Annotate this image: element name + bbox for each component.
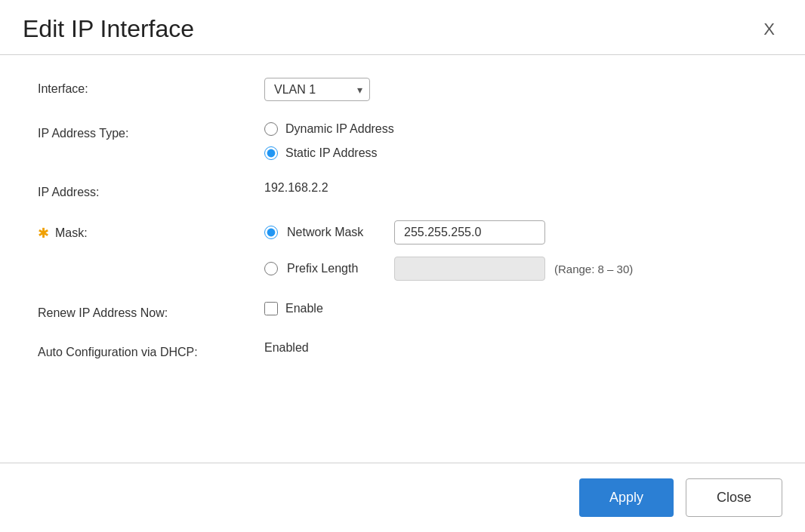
dialog-close-button[interactable]: X (756, 16, 782, 43)
interface-row: Interface: VLAN 1 VLAN 2 VLAN 3 ▾ (38, 78, 767, 101)
dynamic-ip-option[interactable]: Dynamic IP Address (264, 122, 767, 136)
renew-ip-label: Renew IP Address Now: (38, 302, 264, 320)
ip-address-type-control: Dynamic IP Address Static IP Address (264, 122, 767, 160)
mask-label-text: Mask: (55, 226, 88, 240)
dynamic-ip-label: Dynamic IP Address (285, 122, 394, 136)
mask-label: ✱ Mask: (38, 220, 264, 241)
auto-config-value: Enabled (264, 337, 309, 354)
ip-address-row: IP Address: 192.168.2.2 (38, 181, 767, 199)
auto-config-control: Enabled (264, 341, 767, 355)
ip-address-value: 192.168.2.2 (264, 177, 328, 194)
ip-address-type-row: IP Address Type: Dynamic IP Address Stat… (38, 122, 767, 160)
close-button[interactable]: Close (686, 478, 782, 517)
prefix-length-input[interactable] (394, 257, 545, 281)
interface-select[interactable]: VLAN 1 VLAN 2 VLAN 3 (264, 78, 370, 101)
network-mask-input[interactable] (394, 220, 545, 244)
ip-address-control: 192.168.2.2 (264, 181, 767, 195)
gear-icon: ✱ (38, 225, 49, 241)
static-ip-radio[interactable] (264, 146, 278, 160)
mask-row: ✱ Mask: Network Mask Prefix Length (Rang… (38, 220, 767, 281)
static-ip-label: Static IP Address (285, 146, 378, 160)
renew-enable-checkbox[interactable] (264, 302, 278, 315)
ip-address-type-label: IP Address Type: (38, 122, 264, 140)
auto-config-row: Auto Configuration via DHCP: Enabled (38, 341, 767, 359)
dialog-body: Interface: VLAN 1 VLAN 2 VLAN 3 ▾ IP Add… (0, 55, 805, 463)
auto-config-label: Auto Configuration via DHCP: (38, 341, 264, 359)
prefix-length-radio[interactable] (264, 262, 278, 275)
renew-enable-item[interactable]: Enable (264, 302, 767, 315)
prefix-range-hint: (Range: 8 – 30) (554, 263, 633, 275)
interface-select-wrapper: VLAN 1 VLAN 2 VLAN 3 ▾ (264, 78, 370, 101)
renew-ip-control: Enable (264, 302, 767, 315)
dialog-header: Edit IP Interface X (0, 0, 805, 55)
edit-ip-interface-dialog: Edit IP Interface X Interface: VLAN 1 VL… (0, 0, 805, 532)
renew-ip-row: Renew IP Address Now: Enable (38, 302, 767, 320)
dialog-title: Edit IP Interface (23, 15, 194, 43)
ip-address-label: IP Address: (38, 181, 264, 199)
prefix-length-label: Prefix Length (287, 262, 385, 275)
network-mask-radio[interactable] (264, 226, 278, 239)
mask-options: Network Mask Prefix Length (Range: 8 – 3… (264, 220, 767, 281)
dynamic-ip-radio[interactable] (264, 122, 278, 136)
renew-enable-label: Enable (285, 302, 323, 315)
interface-label: Interface: (38, 78, 264, 96)
prefix-length-row: Prefix Length (Range: 8 – 30) (264, 257, 767, 281)
network-mask-row: Network Mask (264, 220, 767, 244)
apply-button[interactable]: Apply (579, 478, 674, 517)
network-mask-label: Network Mask (287, 226, 385, 239)
dialog-footer: Apply Close (0, 463, 805, 532)
static-ip-option[interactable]: Static IP Address (264, 146, 767, 160)
interface-control: VLAN 1 VLAN 2 VLAN 3 ▾ (264, 78, 767, 101)
